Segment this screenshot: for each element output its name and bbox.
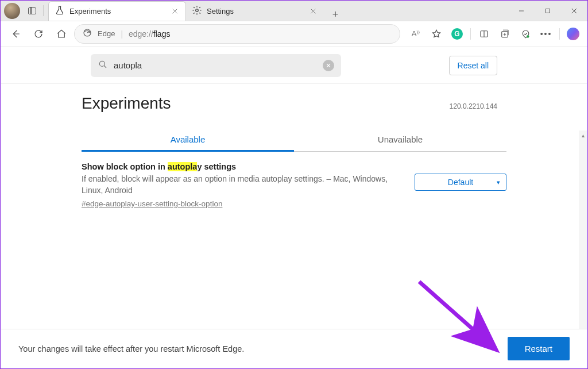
browser-tab-experiments[interactable]: Experiments (48, 1, 186, 21)
home-button[interactable] (51, 24, 72, 44)
window-titlebar: Experiments Settings + (1, 1, 587, 21)
url-text: edge://flags (129, 29, 170, 39)
experiment-tabs: Available Unavailable (82, 129, 506, 152)
divider: | (121, 29, 123, 39)
search-highlight: autopla (168, 162, 198, 171)
grammarly-icon[interactable]: G (447, 24, 467, 44)
tab-label: Experiments (69, 7, 111, 16)
flags-search-box[interactable] (91, 54, 341, 77)
divider (470, 28, 471, 40)
page-title: Experiments (82, 94, 171, 113)
svg-point-6 (99, 61, 105, 66)
svg-rect-1 (546, 9, 550, 13)
browser-tab-settings[interactable]: Settings (186, 1, 324, 21)
tab-available[interactable]: Available (82, 129, 294, 152)
flag-title: Show block option in autoplay settings (82, 162, 403, 171)
svg-point-0 (196, 9, 199, 11)
version-label: 120.0.2210.144 (450, 102, 497, 110)
maximize-button[interactable] (535, 1, 561, 21)
restart-footer: Your changes will take effect after you … (1, 329, 587, 368)
refresh-button[interactable] (28, 24, 49, 44)
flag-state-select[interactable]: Default ▾ (415, 174, 506, 191)
divider (43, 5, 44, 16)
close-window-button[interactable] (561, 1, 587, 21)
new-tab-button[interactable]: + (327, 9, 344, 21)
browser-toolbar: Edge | edge://flags A⁾⁾ G ••• (1, 21, 587, 47)
edge-logo-icon (83, 28, 92, 40)
flag-hash-link[interactable]: #edge-autoplay-user-setting-block-option (82, 199, 222, 208)
divider (559, 28, 560, 40)
back-button[interactable] (5, 24, 26, 44)
chevron-down-icon: ▾ (497, 179, 500, 186)
collections-icon[interactable] (495, 24, 514, 44)
tab-label: Settings (207, 7, 234, 16)
read-aloud-icon[interactable]: A⁾⁾ (406, 24, 425, 44)
flask-icon (55, 5, 65, 17)
profile-avatar[interactable] (4, 3, 20, 19)
restart-button[interactable]: Restart (508, 337, 570, 360)
scrollbar[interactable]: ▴ (579, 130, 587, 329)
page-content: Reset all Experiments 120.0.2210.144 Ava… (1, 47, 587, 368)
clear-search-icon[interactable] (323, 60, 334, 71)
scroll-up-icon[interactable]: ▴ (579, 130, 587, 140)
toolbar-right: A⁾⁾ G ••• (403, 24, 583, 44)
flags-search-row: Reset all (1, 47, 587, 84)
search-icon (98, 59, 108, 71)
site-identity-label: Edge (98, 29, 115, 38)
tabstrip: Experiments Settings + (46, 1, 508, 21)
split-screen-icon[interactable] (474, 24, 494, 44)
select-value: Default (448, 178, 473, 187)
performance-icon[interactable] (516, 24, 535, 44)
search-input[interactable] (114, 60, 317, 70)
page-header: Experiments 120.0.2210.144 (1, 84, 587, 113)
flag-description: If enabled, block will appear as an opti… (82, 174, 403, 196)
flag-item: Show block option in autoplay settings I… (82, 162, 506, 208)
window-controls (508, 1, 587, 21)
reset-all-button[interactable]: Reset all (449, 56, 497, 75)
tab-unavailable[interactable]: Unavailable (294, 129, 506, 151)
address-bar[interactable]: Edge | edge://flags (74, 24, 400, 44)
close-icon[interactable] (308, 6, 318, 16)
restart-message: Your changes will take effect after you … (18, 344, 244, 353)
close-icon[interactable] (169, 6, 180, 17)
tab-overview-button[interactable] (24, 1, 41, 21)
gear-icon (192, 5, 202, 17)
svg-point-5 (527, 35, 529, 38)
more-icon[interactable]: ••• (536, 24, 556, 44)
minimize-button[interactable] (508, 1, 535, 21)
copilot-icon[interactable] (563, 24, 583, 44)
favorite-icon[interactable] (427, 24, 446, 44)
